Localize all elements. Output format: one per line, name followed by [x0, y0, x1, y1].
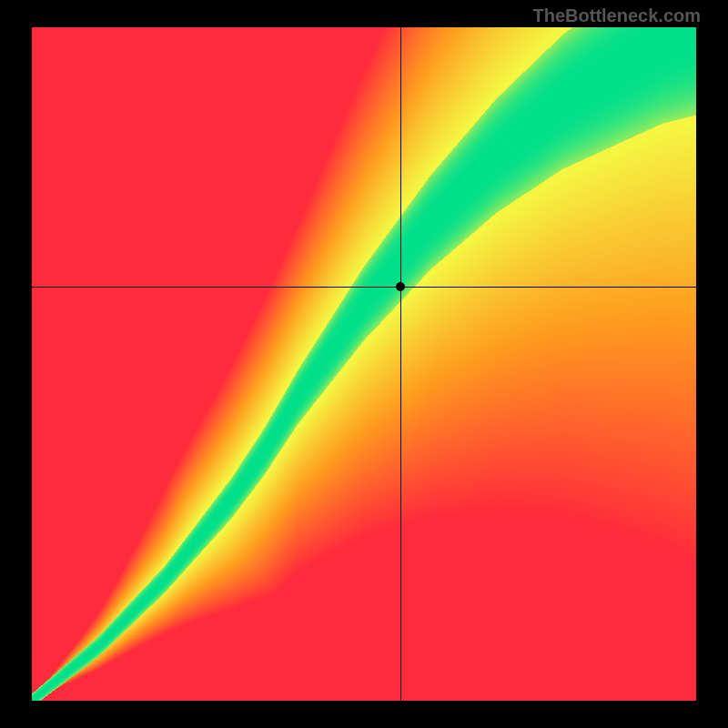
crosshair-vertical: [400, 27, 401, 701]
heatmap-canvas: [32, 27, 696, 701]
crosshair-marker: [396, 282, 405, 291]
watermark-text: TheBottleneck.com: [533, 5, 701, 26]
chart-container: TheBottleneck.com: [0, 0, 728, 728]
crosshair-horizontal: [32, 287, 696, 288]
plot-area: [32, 27, 696, 701]
